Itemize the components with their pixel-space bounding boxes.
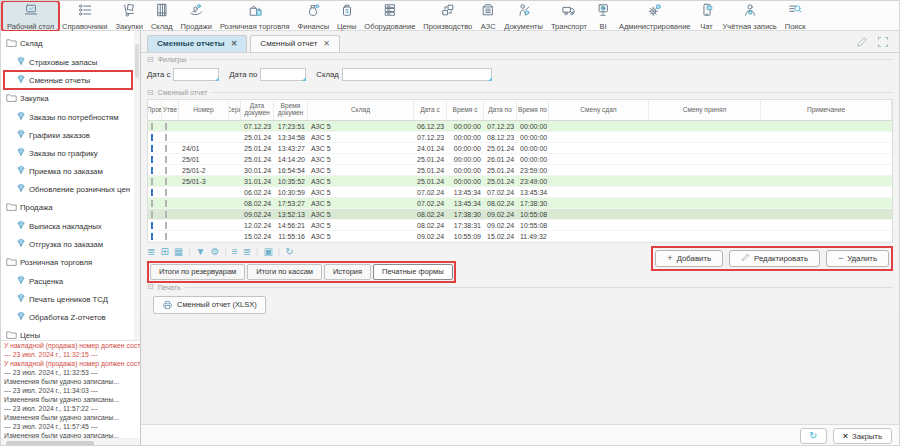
log-scrollbar-thumb[interactable]	[6, 441, 94, 446]
table-row[interactable]: 07.12.2317:23:51АЗС 506.12.2300:00:0007.…	[148, 121, 892, 132]
sidebar-item-orders-by-schedule[interactable]: Заказы по графику	[4, 144, 132, 162]
detail-tab-cash-totals[interactable]: Итоги по кассам	[247, 264, 322, 280]
approved-checkbox[interactable]	[165, 145, 167, 152]
filter-input-warehouse[interactable]	[342, 68, 492, 81]
toolbar-item-bi[interactable]: BI	[591, 2, 615, 30]
delete-button[interactable]: −Удалить	[826, 250, 889, 267]
posted-checkbox[interactable]	[151, 145, 153, 152]
sidebar-item-price-tags-tsd[interactable]: Печать ценников ТСД	[4, 290, 132, 308]
column-header[interactable]: Смену сдал	[549, 100, 649, 120]
table-row[interactable]: 09.02.2413:52:13АЗС 508.02.2417:38:3009.…	[148, 209, 892, 220]
column-header[interactable]: Дата с	[414, 100, 447, 120]
shift-report-xlsx-button[interactable]: Сменный отчет (XLSX)	[153, 296, 266, 314]
approved-checkbox[interactable]	[165, 134, 167, 141]
export-icon[interactable]: ▣	[263, 247, 272, 257]
document-tab[interactable]: Сменные отчеты✕	[147, 35, 247, 52]
toolbar-item-references[interactable]: Справочники	[58, 2, 111, 30]
detail-tab-tank-totals[interactable]: Итоги по резервуарам	[150, 264, 245, 280]
sidebar-item-acceptance-by-orders[interactable]: Приемка по заказам	[4, 162, 132, 180]
toolbar-item-sales[interactable]: Продажи	[177, 2, 216, 30]
collapse-icon[interactable]: ⊟	[147, 283, 154, 291]
table-row[interactable]: 25/0125.01.2414:14:20АЗС 525.01.2400:00:…	[148, 154, 892, 165]
toolbar-item-search[interactable]: Поиск	[781, 2, 810, 30]
toolbar-item-administration[interactable]: Администрирование	[615, 2, 695, 30]
tab-close-icon[interactable]: ✕	[323, 39, 330, 48]
grid-view-icon[interactable]: ⊞	[160, 247, 168, 257]
table-row[interactable]: 25/01-230.01.2416:54:54АЗС 525.01.2400:0…	[148, 165, 892, 176]
list-icon[interactable]: ≡	[232, 247, 238, 257]
refresh-icon[interactable]: ↻	[285, 247, 293, 257]
column-header[interactable]: Смену принял	[649, 100, 761, 120]
toolbar-item-warehouse[interactable]: Склад	[147, 2, 177, 30]
column-header[interactable]: Склад	[308, 100, 414, 120]
toolbar-item-retail[interactable]: Розничная торговля	[216, 2, 294, 30]
posted-checkbox[interactable]	[151, 178, 153, 185]
edit-pencil-icon[interactable]	[856, 36, 868, 48]
sidebar-item-shipment-by-orders[interactable]: Отгрузка по заказам	[4, 235, 132, 253]
log-horizontal-scrollbar[interactable]	[1, 438, 140, 446]
approved-checkbox[interactable]	[165, 123, 167, 130]
approved-checkbox[interactable]	[165, 156, 167, 163]
tab-close-icon[interactable]: ✕	[231, 39, 238, 48]
approved-checkbox[interactable]	[165, 233, 167, 240]
filter-input-field-date-from[interactable]	[174, 69, 218, 80]
sidebar-item-orders-by-needs[interactable]: Заказы по потребностям	[4, 108, 132, 126]
table-row[interactable]: 25.01.2413:34:58АЗС 507.12.2300:00:0008.…	[148, 132, 892, 143]
sidebar-item-retail-price-update[interactable]: Обновление розничных цен	[4, 180, 132, 198]
sidebar-item-insurance-stocks[interactable]: Страховые запасы	[4, 53, 132, 71]
sidebar-scrollbar[interactable]	[134, 31, 140, 340]
column-header[interactable]: Сери	[229, 100, 241, 120]
table-row[interactable]: 24/0125.01.2413:43:27АЗС 524.01.2400:00:…	[148, 143, 892, 154]
toolbar-item-azs[interactable]: АЗС	[476, 2, 500, 30]
calendar-icon[interactable]: ▦	[174, 247, 183, 257]
posted-checkbox[interactable]	[151, 189, 153, 196]
sidebar-item-order-schedules[interactable]: Графики заказов	[4, 126, 132, 144]
expand-icon[interactable]	[877, 36, 889, 48]
toolbar-item-chat[interactable]: Чат	[695, 2, 719, 30]
posted-checkbox[interactable]	[151, 123, 153, 130]
column-header[interactable]: Пров	[148, 100, 162, 120]
sidebar-item-z-report-processing[interactable]: Обработка Z-отчетов	[4, 308, 132, 326]
tree-folder-prices[interactable]: Цены	[4, 326, 132, 340]
approved-checkbox[interactable]	[165, 222, 167, 229]
edit-button[interactable]: Редактировать	[729, 250, 820, 267]
posted-checkbox[interactable]	[151, 167, 153, 174]
column-header[interactable]: Дата докумен	[241, 100, 274, 120]
approved-checkbox[interactable]	[165, 200, 167, 207]
tree-folder-warehouse[interactable]: Склад	[4, 34, 132, 53]
table-row[interactable]: 06.02.2410:30:59АЗС 507.02.2413:45:3407.…	[148, 187, 892, 198]
document-tab[interactable]: Сменный отчет✕	[250, 35, 340, 52]
add-to-list-icon[interactable]: ≣	[243, 247, 251, 257]
table-row[interactable]: 12.02.2414:56:21АЗС 508.02.2417:38:3109.…	[148, 220, 892, 231]
posted-checkbox[interactable]	[151, 222, 153, 229]
table-row[interactable]: 15.02.2411:55:16АЗС 509.02.2410:55:0915.…	[148, 231, 892, 242]
posted-checkbox[interactable]	[151, 134, 153, 141]
posted-checkbox[interactable]	[151, 211, 153, 218]
collapse-icon[interactable]: ⊟	[147, 56, 154, 64]
filter-input-field-date-to[interactable]	[261, 69, 305, 80]
close-button[interactable]: × Закрыть	[833, 428, 892, 444]
toolbar-item-production[interactable]: Производство	[419, 2, 476, 30]
approved-checkbox[interactable]	[165, 167, 167, 174]
posted-checkbox[interactable]	[151, 233, 153, 240]
sidebar-scrollbar-thumb[interactable]	[135, 44, 139, 78]
refresh-button[interactable]: ↻	[800, 428, 827, 444]
add-button[interactable]: +Добавить	[655, 250, 723, 267]
toolbar-item-prices[interactable]: $Цены	[333, 2, 360, 30]
approved-checkbox[interactable]	[165, 178, 167, 185]
toolbar-item-desktop[interactable]: Рабочий стол	[3, 2, 58, 30]
toolbar-item-documents[interactable]: Документы	[500, 2, 547, 30]
filter-icon[interactable]: ▼	[196, 247, 206, 257]
list-view-icon[interactable]: ≣	[147, 247, 155, 257]
detail-tab-print-forms[interactable]: Печатные формы	[373, 264, 453, 280]
approved-checkbox[interactable]	[165, 211, 167, 218]
posted-checkbox[interactable]	[151, 200, 153, 207]
column-header[interactable]: Утве	[162, 100, 179, 120]
sidebar-item-invoice-issue[interactable]: Выписка накладных	[4, 217, 132, 235]
tree-folder-sales[interactable]: Продажа	[4, 198, 132, 217]
column-header[interactable]: Примечание	[761, 100, 892, 120]
collapse-icon[interactable]: ⊟	[147, 89, 154, 97]
filter-input-date-to[interactable]	[260, 68, 306, 81]
tree-folder-retail[interactable]: Розничная торговля	[4, 253, 132, 272]
table-row[interactable]: 25/01-331.01.2410:35:52АЗС 525.01.2400:0…	[148, 176, 892, 187]
